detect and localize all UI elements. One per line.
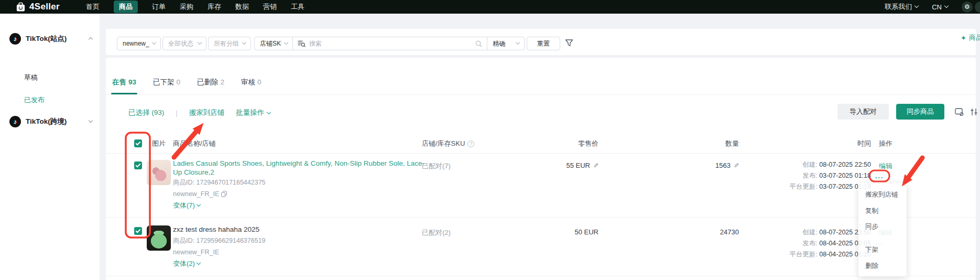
reset-button[interactable]: 重置 — [527, 37, 560, 50]
chevron-down-icon — [944, 4, 949, 8]
settings-button[interactable]: ⚙ — [962, 2, 973, 13]
search-icon[interactable] — [475, 40, 482, 47]
brand-logo[interactable]: 4Seller — [16, 2, 60, 12]
import-pairing-button[interactable]: 导入配对 — [837, 104, 889, 120]
chevron-down-icon — [267, 110, 271, 114]
product-image[interactable] — [147, 225, 171, 251]
table-row: Ladies Casual Sports Shoes, Lightweight … — [106, 154, 976, 218]
product-list-panel: 在售93 已下架0 已删除2 审核0 已选择 (93) | 搬家到店铺 批量操作… — [106, 58, 976, 280]
select-all-checkbox[interactable] — [134, 139, 142, 149]
chevron-down-icon — [197, 202, 201, 207]
edit-price-icon[interactable]: ✎ — [593, 162, 598, 169]
chevron-down-icon — [197, 261, 201, 265]
batch-action-bar: 已选择 (93) | 搬家到店铺 批量操作 — [128, 108, 270, 117]
brand-name: 4Seller — [29, 2, 60, 12]
help-icon[interactable]: ? — [467, 141, 474, 147]
sku-pair-status: 已配对(7) — [422, 161, 451, 171]
topbar-right: 联系我们 CN ⚙ — [885, 2, 973, 13]
chevron-down-icon — [284, 40, 288, 45]
published-time: 03-07-2025 01:18 — [819, 172, 871, 179]
table-header: 图片 商品名称/店铺 店铺/库存SKU? 零售价 数量 时间 操作 — [106, 133, 976, 154]
shop-name: newnew_FR_IE — [173, 249, 219, 256]
product-title-link[interactable]: Ladies Casual Sports Shoes, Lightweight … — [173, 159, 430, 177]
menu-item-sync[interactable]: 同步 — [865, 222, 878, 231]
group-select[interactable]: 所有分组 — [208, 37, 251, 50]
copy-icon[interactable] — [221, 191, 227, 197]
sidebar-item-drafts[interactable]: 草稿 — [24, 73, 38, 82]
chevron-down-icon — [89, 119, 93, 123]
sku-pair-status: 已配对(2) — [422, 228, 451, 238]
sidebar: ♪ TikTok(站点) 草稿 已发布 ♪ TikTok(跨境) — [0, 14, 100, 280]
nav-item-products[interactable]: 商品 — [114, 1, 138, 13]
main-nav: 首页 商品 订单 采购 库存 数据 营销 工具 — [86, 1, 304, 13]
nav-item-data[interactable]: 数据 — [235, 2, 249, 12]
column-settings-icon[interactable] — [970, 107, 978, 116]
nav-item-purchasing[interactable]: 采购 — [180, 2, 193, 12]
tab-deleted[interactable]: 已删除2 — [197, 78, 224, 94]
product-id: 1729467017165442375 — [196, 179, 265, 186]
table-row: zxz test dress hahaha 2025 商品ID: 1729596… — [106, 218, 976, 276]
variants-toggle[interactable]: 变体(2) — [173, 259, 200, 268]
app-root: { "colors":{"teal":"#1f9c87","topbar_bg"… — [0, 0, 980, 280]
menu-item-delist[interactable]: 下架 — [865, 245, 878, 254]
sparkle-icon: ✦ — [961, 34, 966, 42]
language-select[interactable]: CN — [932, 3, 948, 11]
quantity: 24730 — [720, 228, 739, 236]
sku-type-select[interactable]: 店铺SKU — [255, 37, 292, 50]
shopping-bag-icon — [16, 2, 26, 12]
status-tabs: 在售93 已下架0 已删除2 审核0 — [112, 78, 262, 94]
nav-item-home[interactable]: 首页 — [86, 2, 100, 12]
row-checkbox[interactable] — [134, 227, 142, 236]
chevron-down-icon — [242, 40, 246, 45]
tab-delisted[interactable]: 已下架0 — [153, 78, 180, 94]
chevron-up-icon — [89, 37, 93, 41]
nav-item-tools[interactable]: 工具 — [291, 2, 304, 12]
product-title[interactable]: zxz test dress hahaha 2025 — [173, 225, 430, 234]
nav-item-inventory[interactable]: 库存 — [208, 2, 221, 12]
selected-count: 已选择 (93) — [128, 108, 164, 117]
nav-item-orders[interactable]: 订单 — [152, 2, 166, 12]
move-to-shop-link[interactable]: 搬家到店铺 — [189, 108, 225, 117]
cropped-avatar-icon — [975, 2, 980, 13]
chevron-down-icon — [914, 4, 919, 8]
tiktok-icon: ♪ — [9, 116, 21, 127]
sidebar-item-published[interactable]: 已发布 — [24, 95, 45, 105]
menu-item-move-to-shop[interactable]: 搬家到店铺 — [865, 190, 898, 199]
contact-us-link[interactable]: 联系我们 — [885, 2, 918, 12]
product-collect-link[interactable]: ✦ 商品采集 — [961, 33, 980, 42]
batch-operations-dropdown[interactable]: 批量操作 — [236, 108, 270, 117]
sidebar-section-tiktok-site[interactable]: ♪ TikTok(站点) — [9, 33, 92, 45]
search-input[interactable]: 搜索 — [293, 37, 487, 50]
product-id: 1729596629146376519 — [196, 237, 265, 244]
created-time: 08-07-2025 22:50 — [819, 161, 871, 168]
shop-name: newnew_FR_IE — [173, 190, 219, 198]
divider — [106, 94, 976, 95]
sidebar-section-tiktok-crossborder[interactable]: ♪ TikTok(跨境) — [9, 116, 92, 127]
retail-price: 55 EUR — [566, 161, 590, 169]
status-select[interactable]: 全部状态 — [162, 37, 206, 50]
match-mode-select[interactable]: 精确 — [487, 37, 524, 50]
filter-funnel-icon[interactable] — [565, 39, 573, 47]
row-actions-context-menu: 搬家到店铺 复制 同步 下架 删除 — [858, 183, 907, 276]
tab-review[interactable]: 审核0 — [241, 78, 262, 94]
row-checkbox[interactable] — [134, 161, 142, 171]
chevron-down-icon — [198, 40, 202, 45]
top-navbar: 4Seller 首页 商品 订单 采购 库存 数据 营销 工具 联系我们 CN … — [0, 0, 980, 14]
menu-item-delete[interactable]: 删除 — [865, 262, 878, 271]
filter-search-icon — [298, 40, 306, 47]
search-placeholder: 搜索 — [309, 39, 322, 48]
card-sync-icon[interactable] — [955, 107, 964, 116]
sync-products-button[interactable]: 同步商品 — [896, 104, 944, 120]
variants-toggle[interactable]: 变体(7) — [173, 201, 200, 210]
product-image[interactable] — [147, 160, 171, 185]
gear-icon: ⚙ — [964, 3, 970, 10]
nav-item-marketing[interactable]: 营销 — [263, 2, 277, 12]
menu-item-copy[interactable]: 复制 — [865, 207, 878, 216]
tab-on-sale[interactable]: 在售93 — [112, 78, 136, 94]
shop-select[interactable]: newnew_FR... — [117, 37, 161, 50]
more-actions-button[interactable]: ··· — [875, 174, 884, 181]
edit-quantity-icon[interactable]: ✎ — [734, 162, 739, 169]
edit-link[interactable]: 编辑 — [879, 162, 892, 170]
chevron-down-icon — [152, 40, 156, 45]
retail-price: 50 EUR — [574, 228, 598, 236]
